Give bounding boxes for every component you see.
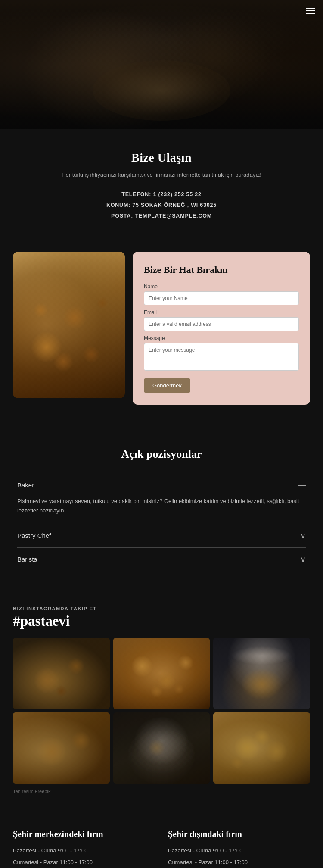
photo-2-dark-overlay	[113, 638, 210, 709]
accordion-pastry-chef-header[interactable]: Pastry Chef ∨	[17, 524, 306, 547]
location-suburb-title: Şehir dışındaki fırın	[168, 828, 310, 840]
location-suburb-hours1: Pazartesi - Cuma 9:00 - 17:00	[168, 846, 310, 856]
positions-section: Açık pozisyonlar Baker — Pişirmeyi ve ya…	[0, 426, 323, 588]
accordion-baker-icon: —	[298, 481, 306, 490]
accordion-baker: Baker — Pişirmeyi ve yaratmayı seven, tu…	[17, 474, 306, 524]
accordion-barista-header[interactable]: Barista ∨	[17, 548, 306, 571]
positions-title: Açık pozisyonlar	[17, 448, 306, 461]
form-title: Bize Bir Hat Bırakın	[144, 264, 299, 276]
name-input[interactable]	[144, 291, 299, 305]
message-input[interactable]	[144, 343, 299, 371]
bakery-image	[13, 252, 125, 398]
email-input[interactable]	[144, 317, 299, 331]
contact-title: Bize Ulaşın	[17, 151, 306, 165]
instagram-photo-1[interactable]	[13, 638, 110, 709]
location-city-center-hours1: Pazartesi - Cuma 9:00 - 17:00	[13, 846, 155, 856]
name-label: Name	[144, 284, 299, 290]
email-label: Email	[144, 309, 299, 315]
freepik-credit: Ten resim Freepik	[13, 789, 310, 794]
photo-1-dark-overlay	[13, 638, 110, 709]
accordion-pastry-chef-title: Pastry Chef	[17, 532, 51, 539]
location-city-center-hours2: Cumartesi - Pazar 11:00 - 17:00	[13, 857, 155, 867]
instagram-section: BIZI INSTAGRAMDA TAKIP ET #pastaevi Ten …	[0, 589, 323, 807]
location-suburb-hours2: Cumartesi - Pazar 11:00 - 17:00	[168, 857, 310, 867]
accordion-barista: Barista ∨	[17, 548, 306, 571]
contact-form-card: Bize Bir Hat Bırakın Name Email Message …	[133, 252, 310, 405]
bread-visual	[13, 252, 125, 398]
contact-email: POSTA: TEMPLATE@SAMPLE.COM	[17, 211, 306, 222]
contact-phone: TELEFON: 1 (232) 252 55 22	[17, 189, 306, 200]
location-city-center-title: Şehir merkezindeki fırın	[13, 828, 155, 840]
hero-section	[0, 0, 323, 129]
hero-overlay	[0, 0, 323, 129]
contact-subtitle: Her türlü iş ihtiyacınızı karşılamak ve …	[17, 171, 306, 180]
message-label: Message	[144, 335, 299, 341]
instagram-photo-5[interactable]	[113, 712, 210, 784]
contact-section: Bize Ulaşın Her türlü iş ihtiyacınızı ka…	[0, 129, 323, 239]
location-suburb: Şehir dışındaki fırın Pazartesi - Cuma 9…	[168, 828, 310, 868]
photo-4-dark-overlay	[13, 712, 110, 784]
location-city-center: Şehir merkezindeki fırın Pazartesi - Cum…	[13, 828, 155, 868]
contact-info: TELEFON: 1 (232) 252 55 22 KONUM: 75 SOK…	[17, 189, 306, 222]
menu-icon[interactable]	[306, 8, 315, 14]
instagram-photo-3[interactable]	[213, 638, 310, 709]
accordion-barista-title: Barista	[17, 556, 37, 563]
accordion-pastry-chef-icon: ∨	[300, 531, 306, 540]
instagram-photo-4[interactable]	[13, 712, 110, 784]
photo-3-dark-overlay	[213, 638, 310, 709]
accordion-baker-body: Pişirmeyi ve yaratmayı seven, tutkulu ve…	[17, 496, 306, 523]
form-image-row: Bize Bir Hat Bırakın Name Email Message …	[0, 239, 323, 427]
instagram-label: BIZI INSTAGRAMDA TAKIP ET	[13, 606, 310, 611]
accordion-baker-title: Baker	[17, 481, 34, 489]
photo-5-dark-overlay	[113, 712, 210, 784]
photo-6-dark-overlay	[213, 712, 310, 784]
locations-section: Şehir merkezindeki fırın Pazartesi - Cum…	[0, 807, 323, 868]
instagram-photo-6[interactable]	[213, 712, 310, 784]
accordion-barista-icon: ∨	[300, 555, 306, 564]
instagram-grid	[13, 638, 310, 784]
instagram-hashtag: #pastaevi	[13, 613, 310, 629]
accordion-baker-header[interactable]: Baker —	[17, 474, 306, 496]
contact-address: KONUM: 75 SOKAK ÖRNEĞİ, WI 63025	[17, 200, 306, 211]
submit-button[interactable]: Göndermek	[144, 378, 190, 393]
accordion-pastry-chef: Pastry Chef ∨	[17, 524, 306, 548]
instagram-photo-2[interactable]	[113, 638, 210, 709]
